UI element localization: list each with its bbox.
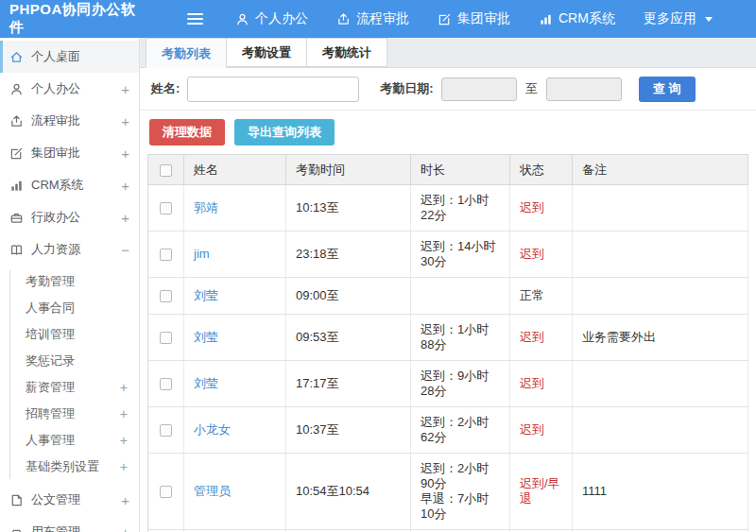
table-body: 郭靖10:13至迟到：1小时22分迟到jim23:18至迟到：14小时30分迟到…: [148, 185, 748, 532]
status-text: 迟到/早退: [520, 476, 560, 506]
topnav-item[interactable]: 集团审批: [438, 10, 510, 27]
clean-data-button[interactable]: 清理数据: [149, 119, 225, 146]
expand-toggle-icon[interactable]: +: [121, 211, 129, 225]
sidebar-subitem[interactable]: 薪资管理+: [0, 374, 139, 401]
sidebar-item-label: 个人桌面: [31, 48, 129, 65]
expand-toggle-icon[interactable]: +: [120, 434, 128, 447]
duration-cell: 迟到：2小时90分早退：7小时10分: [411, 454, 510, 530]
row-checkbox[interactable]: [160, 486, 172, 498]
status-text: 迟到: [520, 200, 544, 215]
expand-toggle-icon[interactable]: +: [121, 179, 129, 193]
expand-toggle-icon[interactable]: +: [121, 114, 129, 129]
status-cell: 迟到: [510, 232, 573, 278]
sidebar-subitem-label: 奖惩记录: [26, 352, 128, 369]
expand-toggle-icon[interactable]: +: [120, 407, 128, 420]
sidebar-subitem[interactable]: 人事合同: [0, 295, 139, 321]
doc-icon: [9, 493, 24, 507]
tab[interactable]: 考勤统计: [306, 38, 387, 67]
name-cell: 刘莹: [184, 361, 286, 407]
employee-name-link[interactable]: 刘莹: [194, 288, 218, 302]
tab[interactable]: 考勤设置: [226, 38, 307, 67]
expand-toggle-icon[interactable]: +: [120, 381, 128, 394]
column-header: 姓名: [184, 155, 286, 185]
duration-line: 迟到：9小时28分: [421, 369, 500, 399]
row-checkbox[interactable]: [160, 378, 172, 390]
row-checkbox[interactable]: [160, 202, 172, 215]
sidebar-item[interactable]: 公文管理+: [0, 484, 139, 516]
export-list-button[interactable]: 导出查询列表: [234, 119, 335, 146]
attendance-time-cell: 10:13至: [286, 185, 411, 232]
name-cell: 刘莹: [184, 278, 286, 315]
chart-icon: [9, 179, 24, 193]
sidebar-item[interactable]: CRM系统+: [0, 169, 139, 201]
row-checkbox[interactable]: [160, 332, 172, 344]
sidebar-item[interactable]: 个人桌面: [0, 41, 139, 73]
flow-icon: [336, 12, 351, 26]
sidebar-subitem[interactable]: 考勤管理: [0, 268, 139, 295]
sidebar-subitem[interactable]: 奖惩记录: [0, 348, 139, 374]
topbar: PHPOA协同办公软件 个人办公流程审批集团审批CRM系统更多应用: [0, 0, 756, 38]
sidebar-subitem[interactable]: 培训管理: [0, 321, 139, 348]
status-text: 迟到: [520, 422, 544, 437]
attendance-time-cell: 10:37至: [286, 407, 411, 454]
action-row: 清理数据 导出查询列表: [140, 111, 756, 146]
sidebar-item-label: 集团审批: [31, 145, 121, 162]
sidebar-item[interactable]: 用车管理+: [0, 516, 139, 532]
select-all-checkbox[interactable]: [160, 164, 172, 177]
employee-name-link[interactable]: jim: [194, 247, 210, 261]
expand-toggle-icon[interactable]: −: [121, 243, 129, 257]
date-to-input[interactable]: [546, 77, 622, 101]
table-row: 刘莹09:53至迟到：1小时88分迟到业务需要外出: [148, 315, 748, 361]
employee-name-link[interactable]: 小龙女: [194, 422, 231, 437]
sidebar-item[interactable]: 行政办公+: [0, 201, 139, 233]
sidebar-subitem-label: 考勤管理: [26, 273, 128, 290]
employee-name-link[interactable]: 管理员: [194, 484, 231, 498]
topnav-item[interactable]: 更多应用: [644, 10, 713, 27]
attendance-time-cell: 09:53至: [286, 315, 411, 361]
briefcase-icon: [9, 211, 24, 225]
topnav-item-label: 更多应用: [644, 10, 696, 27]
sidebar-item[interactable]: 流程审批+: [0, 105, 139, 137]
remark-cell: [573, 407, 748, 454]
status-cell: 迟到: [510, 361, 573, 407]
topnav-item[interactable]: 个人办公: [235, 10, 308, 27]
date-label: 考勤日期:: [380, 80, 433, 97]
duration-cell: 迟到：1小时88分: [411, 315, 510, 361]
chart-icon: [539, 12, 553, 26]
expand-toggle-icon[interactable]: +: [120, 460, 128, 473]
date-from-input[interactable]: [441, 77, 517, 101]
expand-toggle-icon[interactable]: +: [121, 146, 129, 161]
topnav-item[interactable]: CRM系统: [539, 10, 615, 27]
menu-toggle-icon[interactable]: [187, 13, 203, 25]
employee-name-link[interactable]: 郭靖: [194, 200, 218, 215]
sidebar-subitem[interactable]: 基础类别设置+: [0, 454, 139, 480]
tabstrip: 考勤列表考勤设置考勤统计: [140, 38, 756, 68]
duration-line: 迟到：14小时30分: [421, 239, 500, 269]
sidebar-item[interactable]: 人力资源−: [0, 233, 139, 266]
sidebar-subitem-label: 人事管理: [26, 432, 120, 449]
expand-toggle-icon[interactable]: +: [121, 493, 129, 507]
topnav-item[interactable]: 流程审批: [336, 10, 409, 27]
duration-cell: 迟到：14小时30分: [411, 232, 510, 278]
name-input[interactable]: [187, 77, 359, 102]
sidebar-subitem[interactable]: 招聘管理+: [0, 401, 139, 427]
row-checkbox[interactable]: [160, 424, 172, 437]
tab[interactable]: 考勤列表: [146, 38, 227, 68]
remark-cell: [573, 232, 748, 278]
query-button[interactable]: 查 询: [639, 77, 696, 102]
employee-name-link[interactable]: 刘莹: [194, 376, 218, 390]
sidebar-subitem-label: 招聘管理: [26, 405, 120, 422]
table-row: 刘莹09:00至正常: [148, 278, 748, 315]
checkbox-cell: [148, 185, 184, 232]
expand-toggle-icon[interactable]: +: [121, 525, 129, 532]
sidebar-subitem[interactable]: 人事管理+: [0, 427, 139, 454]
sidebar-submenu: 考勤管理人事合同培训管理奖惩记录薪资管理+招聘管理+人事管理+基础类别设置+: [0, 266, 139, 484]
remark-cell: [573, 185, 748, 232]
status-cell: 迟到: [510, 407, 573, 454]
row-checkbox[interactable]: [160, 249, 172, 261]
row-checkbox[interactable]: [160, 290, 172, 302]
sidebar-item[interactable]: 集团审批+: [0, 137, 139, 169]
expand-toggle-icon[interactable]: +: [121, 82, 129, 96]
employee-name-link[interactable]: 刘莹: [194, 330, 218, 344]
sidebar-item[interactable]: 个人办公+: [0, 73, 139, 105]
